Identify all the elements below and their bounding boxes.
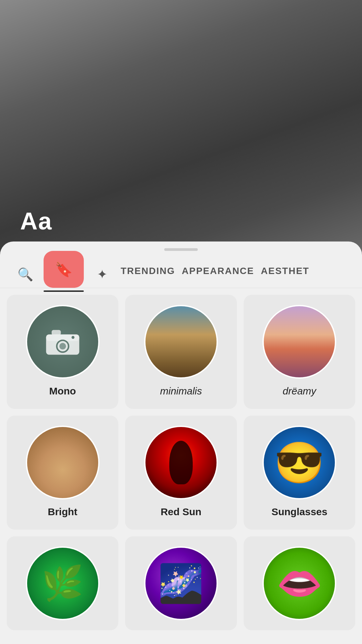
mouth-emoji: 👄 xyxy=(277,562,322,605)
effect-thumb-minimalis xyxy=(144,305,218,379)
sunglasses-emoji: 😎 xyxy=(274,442,324,483)
tab-appearance[interactable]: APPEARANCE xyxy=(182,266,254,283)
effect-card-bright[interactable]: Bright xyxy=(7,416,118,530)
effect-thumb-dreamy xyxy=(262,305,336,379)
effects-bottom-sheet: 🔍 🔖 ✦ TRENDING APPEARANCE AESTHET xyxy=(0,241,362,644)
effect-name-dreamy: drëamy xyxy=(283,385,316,397)
tab-aesthetic[interactable]: AESTHET xyxy=(261,266,309,283)
search-icon[interactable]: 🔍 xyxy=(13,263,37,286)
sparkle-icon[interactable]: ✦ xyxy=(90,263,114,286)
effect-thumb-leaf: 🌿 xyxy=(26,546,100,620)
effect-thumb-sunglasses: 😎 xyxy=(262,426,336,499)
galaxy-emoji: 🌌 xyxy=(158,562,204,605)
effects-grid: Mono minimalis drëamy Bright xyxy=(0,288,362,637)
drag-handle[interactable] xyxy=(164,248,198,251)
camera-viewfinder: Aa xyxy=(0,0,362,255)
effect-name-sunglasses: Sunglasses xyxy=(272,506,327,518)
effect-name-mono: Mono xyxy=(49,385,76,397)
polaroid-icon xyxy=(44,327,81,357)
effect-card-leaf[interactable]: 🌿 xyxy=(7,536,118,630)
effect-name-bright: Bright xyxy=(48,506,77,518)
effect-card-mouth[interactable]: 👄 xyxy=(244,536,355,630)
effect-card-mono[interactable]: Mono xyxy=(7,295,118,409)
saved-tab-button[interactable]: 🔖 xyxy=(44,251,84,288)
svg-rect-4 xyxy=(52,330,61,335)
effect-card-minimalis[interactable]: minimalis xyxy=(125,295,237,409)
effect-thumb-mono xyxy=(26,305,100,379)
leaf-icon: 🌿 xyxy=(42,564,83,603)
tab-trending[interactable]: TRENDING xyxy=(121,266,175,283)
effect-card-dreamy[interactable]: drëamy xyxy=(244,295,355,409)
effect-card-galaxy[interactable]: 🌌 xyxy=(125,536,237,630)
effect-thumb-bright xyxy=(26,426,100,499)
redsun-silhouette xyxy=(169,441,193,484)
effect-thumb-galaxy: 🌌 xyxy=(144,546,218,620)
effect-card-sunglasses[interactable]: 😎 Sunglasses xyxy=(244,416,355,530)
effect-name-minimalis: minimalis xyxy=(160,385,202,397)
effect-thumb-mouth: 👄 xyxy=(262,546,336,620)
effect-thumb-redsun xyxy=(144,426,218,499)
effect-card-redsun[interactable]: Red Sun xyxy=(125,416,237,530)
text-tool-label: Aa xyxy=(20,207,52,235)
svg-point-3 xyxy=(59,343,66,350)
tab-bar: 🔍 🔖 ✦ TRENDING APPEARANCE AESTHET xyxy=(0,251,362,288)
svg-point-5 xyxy=(71,336,74,339)
effect-name-redsun: Red Sun xyxy=(161,506,201,518)
